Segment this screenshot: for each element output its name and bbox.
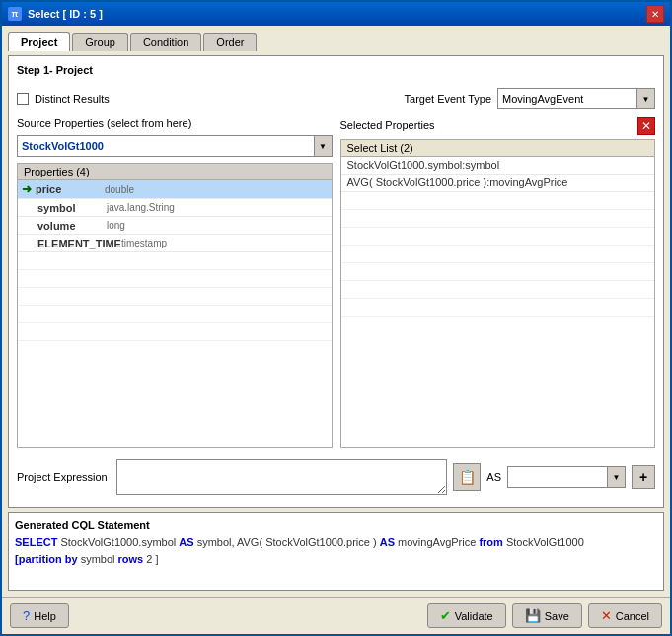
- select-list-header: Select List (2): [341, 140, 655, 157]
- tab-condition[interactable]: Condition: [130, 33, 201, 51]
- cql-as-kw1: AS: [179, 536, 193, 548]
- tab-order[interactable]: Order: [203, 33, 257, 51]
- title-bar: π Select [ ID : 5 ] ✕: [2, 2, 670, 26]
- properties-table-header: Properties (4): [18, 164, 332, 180]
- prop-type-symbol: java.lang.String: [107, 202, 175, 213]
- cql-section: Generated CQL Statement SELECT StockVolG…: [8, 512, 664, 591]
- selected-panel: Selected Properties ✕ Select List (2) St…: [340, 117, 656, 448]
- sel-empty-7: [341, 299, 655, 317]
- prop-type-volume: long: [107, 220, 125, 231]
- cql-as-kw2: AS: [380, 536, 395, 548]
- properties-table: Properties (4) ➜ price double symbol jav…: [17, 163, 333, 448]
- cancel-icon: ✕: [601, 608, 612, 623]
- project-expression-label: Project Expression: [17, 471, 111, 483]
- cql-symbol-alias: symbol,: [197, 536, 235, 548]
- prop-row-symbol[interactable]: symbol java.lang.String: [18, 199, 332, 217]
- tab-group[interactable]: Group: [72, 33, 128, 51]
- window-body: Project Group Condition Order Step 1- Pr…: [2, 26, 670, 597]
- properties-row: Source Properties (select from here) Sto…: [17, 117, 655, 448]
- validate-icon: ✔: [440, 608, 451, 623]
- cancel-label: Cancel: [616, 610, 649, 622]
- source-select-dropdown-btn[interactable]: ▼: [314, 136, 332, 156]
- prop-empty-4: [18, 306, 332, 323]
- source-properties-label: Source Properties (select from here): [17, 117, 333, 129]
- prop-arrow-price: ➜: [22, 182, 32, 196]
- sel-empty-2: [341, 210, 655, 228]
- distinct-row: Distinct Results Target Event Type ▼: [17, 88, 655, 109]
- cql-text: SELECT StockVolGt1000.symbol AS symbol, …: [15, 534, 657, 567]
- cql-title: Generated CQL Statement: [15, 519, 657, 530]
- help-button[interactable]: ? Help: [10, 603, 69, 628]
- select-list-row-1[interactable]: AVG( StockVolGt1000.price ):movingAvgPri…: [341, 175, 655, 192]
- fx-button[interactable]: 📋: [453, 463, 481, 491]
- cql-select-kw: SELECT: [15, 536, 57, 548]
- as-label: AS: [486, 471, 501, 483]
- cql-rows-kw: rows: [118, 553, 144, 565]
- prop-row-element-time[interactable]: ELEMENT_TIME timestamp: [18, 235, 332, 252]
- cql-symbol-field: StockVolGt1000.symbol: [60, 536, 179, 548]
- prop-row-price[interactable]: ➜ price double: [18, 180, 332, 199]
- cql-partition-kw: [partition by: [15, 553, 78, 565]
- prop-name-symbol: symbol: [37, 202, 107, 214]
- prop-row-volume[interactable]: volume long: [18, 217, 332, 235]
- cql-avg-fn: AVG( StockVolGt1000.price ): [237, 536, 380, 548]
- add-expression-button[interactable]: +: [632, 465, 655, 489]
- prop-name-price: price: [36, 183, 105, 195]
- save-icon: 💾: [525, 608, 541, 623]
- window-title: Select [ ID : 5 ]: [28, 8, 103, 20]
- main-window: π Select [ ID : 5 ] ✕ Project Group Cond…: [0, 0, 672, 636]
- step-header: Step 1- Project: [17, 64, 655, 76]
- prop-empty-1: [18, 252, 332, 270]
- delete-button[interactable]: ✕: [637, 117, 655, 135]
- sel-empty-4: [341, 246, 655, 263]
- sel-empty-6: [341, 281, 655, 299]
- sel-empty-1: [341, 192, 655, 210]
- source-panel: Source Properties (select from here) Sto…: [17, 117, 333, 448]
- as-dropdown-btn[interactable]: ▼: [607, 467, 625, 487]
- prop-type-element-time: timestamp: [121, 238, 167, 248]
- prop-name-volume: volume: [37, 220, 107, 232]
- sel-empty-3: [341, 228, 655, 246]
- cancel-button[interactable]: ✕ Cancel: [588, 603, 662, 628]
- target-event-input[interactable]: [498, 91, 636, 106]
- fx-icon: 📋: [459, 469, 476, 485]
- source-select[interactable]: StockVolGt1000 ▼: [17, 135, 333, 157]
- prop-name-element-time: ELEMENT_TIME: [37, 238, 121, 249]
- validate-button[interactable]: ✔ Validate: [427, 603, 506, 628]
- save-label: Save: [545, 610, 569, 622]
- prop-empty-2: [18, 270, 332, 288]
- target-event-label: Target Event Type: [405, 93, 491, 105]
- prop-type-price: double: [105, 184, 134, 195]
- bottom-bar: ? Help ✔ Validate 💾 Save ✕ Cancel: [2, 597, 670, 634]
- tab-bar: Project Group Condition Order: [8, 32, 664, 51]
- save-button[interactable]: 💾 Save: [512, 603, 582, 628]
- window-icon: π: [8, 7, 22, 21]
- help-icon: ?: [23, 608, 30, 623]
- selected-properties-label: Selected Properties: [340, 119, 435, 131]
- select-list-table: Select List (2) StockVolGt1000.symbol:sy…: [340, 139, 656, 448]
- project-expression-input[interactable]: [116, 459, 447, 495]
- target-event-dropdown-btn[interactable]: ▼: [636, 89, 654, 108]
- cql-from-table: StockVolGt1000: [506, 536, 584, 548]
- as-input[interactable]: [508, 469, 607, 485]
- distinct-checkbox[interactable]: [17, 93, 29, 105]
- cql-from-kw: from: [479, 536, 502, 548]
- project-expression-row: Project Expression 📋 AS ▼ +: [17, 456, 655, 499]
- main-panel: Step 1- Project Distinct Results Target …: [8, 55, 664, 508]
- cql-rows-val: 2 ]: [146, 553, 158, 565]
- help-label: Help: [34, 610, 56, 622]
- source-select-value: StockVolGt1000: [18, 138, 314, 154]
- prop-empty-5: [18, 323, 332, 341]
- distinct-label: Distinct Results: [35, 93, 110, 105]
- validate-label: Validate: [455, 610, 493, 622]
- target-event-select[interactable]: ▼: [497, 88, 655, 109]
- close-button[interactable]: ✕: [646, 5, 664, 23]
- sel-empty-5: [341, 263, 655, 281]
- prop-empty-3: [18, 288, 332, 306]
- select-list-row-0[interactable]: StockVolGt1000.symbol:symbol: [341, 157, 655, 175]
- tab-project[interactable]: Project: [8, 32, 70, 51]
- cql-partition-col: symbol: [81, 553, 118, 565]
- as-input-row: ▼: [507, 466, 626, 488]
- cql-avg-alias: movingAvgPrice: [398, 536, 479, 548]
